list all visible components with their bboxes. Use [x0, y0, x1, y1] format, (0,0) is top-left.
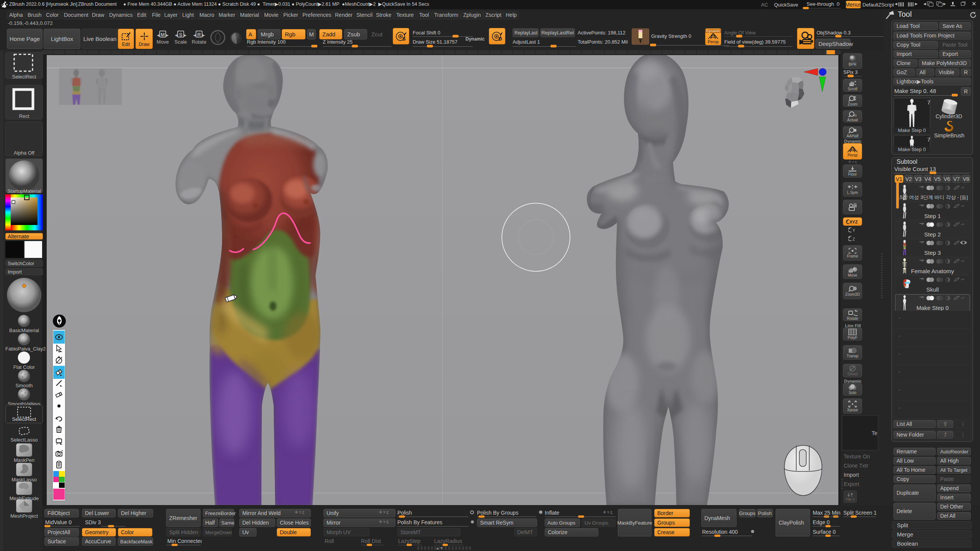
- svg-text:S: S: [402, 36, 406, 42]
- svg-text:Y: Y: [853, 228, 855, 233]
- svg-text:D: D: [498, 36, 502, 42]
- svg-text:Z: Z: [853, 237, 855, 241]
- svg-text:XYZ: XYZ: [849, 220, 858, 224]
- svg-text:x1: x1: [853, 114, 857, 117]
